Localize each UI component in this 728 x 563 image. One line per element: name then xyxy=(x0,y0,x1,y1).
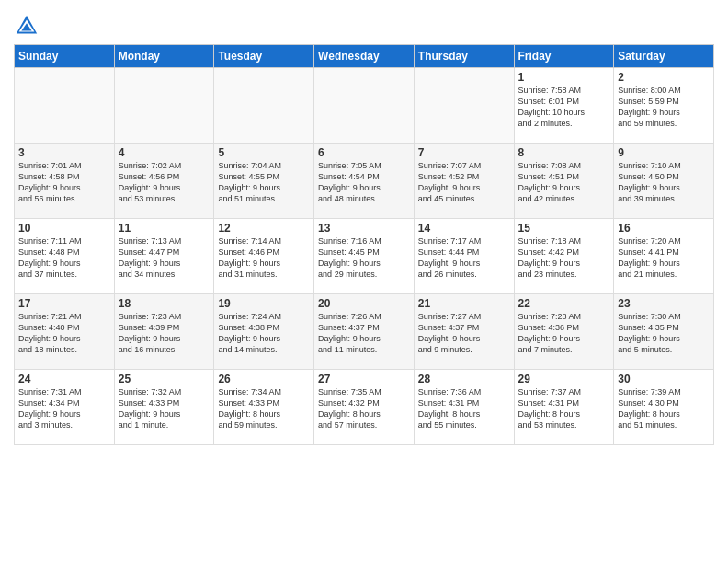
day-number: 2 xyxy=(618,71,710,84)
calendar-week-row: 17Sunrise: 7:21 AM Sunset: 4:40 PM Dayli… xyxy=(15,294,714,370)
day-info: Sunrise: 7:05 AM Sunset: 4:54 PM Dayligh… xyxy=(318,160,410,205)
day-info: Sunrise: 7:26 AM Sunset: 4:37 PM Dayligh… xyxy=(318,311,410,356)
calendar-day-cell: 16Sunrise: 7:20 AM Sunset: 4:41 PM Dayli… xyxy=(614,219,714,294)
calendar-day-cell: 23Sunrise: 7:30 AM Sunset: 4:35 PM Dayli… xyxy=(614,294,714,370)
day-number: 20 xyxy=(318,297,410,310)
logo xyxy=(14,13,41,39)
day-info: Sunrise: 7:18 AM Sunset: 4:42 PM Dayligh… xyxy=(518,236,610,281)
day-number: 18 xyxy=(119,297,210,310)
calendar-table: SundayMondayTuesdayWednesdayThursdayFrid… xyxy=(14,44,714,445)
header-row: SundayMondayTuesdayWednesdayThursdayFrid… xyxy=(15,45,714,68)
day-number: 1 xyxy=(518,71,610,84)
header-day: Monday xyxy=(114,45,214,68)
day-info: Sunrise: 7:32 AM Sunset: 4:33 PM Dayligh… xyxy=(119,386,210,431)
calendar-day-cell: 17Sunrise: 7:21 AM Sunset: 4:40 PM Dayli… xyxy=(15,294,115,370)
day-info: Sunrise: 7:23 AM Sunset: 4:39 PM Dayligh… xyxy=(119,311,210,356)
calendar-day-cell: 10Sunrise: 7:11 AM Sunset: 4:48 PM Dayli… xyxy=(15,219,115,294)
header-day: Sunday xyxy=(15,45,115,68)
calendar-day-cell: 9Sunrise: 7:10 AM Sunset: 4:50 PM Daylig… xyxy=(614,144,714,219)
day-number: 6 xyxy=(318,146,410,159)
day-info: Sunrise: 7:08 AM Sunset: 4:51 PM Dayligh… xyxy=(518,160,610,205)
day-info: Sunrise: 7:30 AM Sunset: 4:35 PM Dayligh… xyxy=(618,311,710,356)
calendar-day-cell: 4Sunrise: 7:02 AM Sunset: 4:56 PM Daylig… xyxy=(114,144,214,219)
header-day: Tuesday xyxy=(214,45,314,68)
calendar-week-row: 1Sunrise: 7:58 AM Sunset: 6:01 PM Daylig… xyxy=(15,68,714,144)
calendar-day-cell: 6Sunrise: 7:05 AM Sunset: 4:54 PM Daylig… xyxy=(314,144,415,219)
calendar-day-cell: 29Sunrise: 7:37 AM Sunset: 4:31 PM Dayli… xyxy=(514,370,614,445)
calendar-day-cell: 3Sunrise: 7:01 AM Sunset: 4:58 PM Daylig… xyxy=(15,144,115,219)
calendar-day-cell: 25Sunrise: 7:32 AM Sunset: 4:33 PM Dayli… xyxy=(114,370,214,445)
calendar-day-cell xyxy=(114,68,214,144)
calendar-day-cell xyxy=(414,68,514,144)
day-number: 3 xyxy=(18,146,110,159)
calendar-day-cell: 24Sunrise: 7:31 AM Sunset: 4:34 PM Dayli… xyxy=(15,370,115,445)
day-number: 4 xyxy=(119,146,210,159)
calendar-day-cell: 18Sunrise: 7:23 AM Sunset: 4:39 PM Dayli… xyxy=(114,294,214,370)
day-number: 5 xyxy=(218,146,310,159)
header-day: Wednesday xyxy=(314,45,415,68)
day-info: Sunrise: 7:27 AM Sunset: 4:37 PM Dayligh… xyxy=(418,311,510,356)
day-info: Sunrise: 7:17 AM Sunset: 4:44 PM Dayligh… xyxy=(418,236,510,281)
day-number: 9 xyxy=(618,146,710,159)
calendar-week-row: 24Sunrise: 7:31 AM Sunset: 4:34 PM Dayli… xyxy=(15,370,714,445)
calendar-day-cell xyxy=(214,68,314,144)
day-info: Sunrise: 7:02 AM Sunset: 4:56 PM Dayligh… xyxy=(119,160,210,205)
day-info: Sunrise: 7:31 AM Sunset: 4:34 PM Dayligh… xyxy=(18,386,110,431)
day-info: Sunrise: 7:20 AM Sunset: 4:41 PM Dayligh… xyxy=(618,236,710,281)
day-number: 29 xyxy=(518,373,610,385)
day-number: 11 xyxy=(119,222,210,235)
day-number: 25 xyxy=(119,373,210,385)
day-info: Sunrise: 7:16 AM Sunset: 4:45 PM Dayligh… xyxy=(318,236,410,281)
calendar-day-cell: 8Sunrise: 7:08 AM Sunset: 4:51 PM Daylig… xyxy=(514,144,614,219)
header-day: Thursday xyxy=(414,45,514,68)
day-number: 13 xyxy=(318,222,410,235)
calendar-day-cell: 28Sunrise: 7:36 AM Sunset: 4:31 PM Dayli… xyxy=(414,370,514,445)
day-info: Sunrise: 7:39 AM Sunset: 4:30 PM Dayligh… xyxy=(618,386,710,431)
calendar-day-cell: 13Sunrise: 7:16 AM Sunset: 4:45 PM Dayli… xyxy=(314,219,415,294)
day-info: Sunrise: 7:36 AM Sunset: 4:31 PM Dayligh… xyxy=(418,386,510,431)
calendar-week-row: 10Sunrise: 7:11 AM Sunset: 4:48 PM Dayli… xyxy=(15,219,714,294)
day-number: 8 xyxy=(518,146,610,159)
day-number: 7 xyxy=(418,146,510,159)
calendar-day-cell: 26Sunrise: 7:34 AM Sunset: 4:33 PM Dayli… xyxy=(214,370,314,445)
calendar-day-cell: 22Sunrise: 7:28 AM Sunset: 4:36 PM Dayli… xyxy=(514,294,614,370)
page-container: SundayMondayTuesdayWednesdayThursdayFrid… xyxy=(0,0,728,450)
calendar-day-cell: 11Sunrise: 7:13 AM Sunset: 4:47 PM Dayli… xyxy=(114,219,214,294)
day-number: 30 xyxy=(618,373,710,385)
day-number: 22 xyxy=(518,297,610,310)
day-info: Sunrise: 7:14 AM Sunset: 4:46 PM Dayligh… xyxy=(218,236,310,281)
calendar-day-cell: 2Sunrise: 8:00 AM Sunset: 5:59 PM Daylig… xyxy=(614,68,714,144)
calendar-day-cell: 19Sunrise: 7:24 AM Sunset: 4:38 PM Dayli… xyxy=(214,294,314,370)
day-info: Sunrise: 7:35 AM Sunset: 4:32 PM Dayligh… xyxy=(318,386,410,431)
calendar-day-cell: 20Sunrise: 7:26 AM Sunset: 4:37 PM Dayli… xyxy=(314,294,415,370)
day-number: 14 xyxy=(418,222,510,235)
day-info: Sunrise: 7:58 AM Sunset: 6:01 PM Dayligh… xyxy=(518,85,610,130)
day-number: 16 xyxy=(618,222,710,235)
calendar-day-cell: 12Sunrise: 7:14 AM Sunset: 4:46 PM Dayli… xyxy=(214,219,314,294)
day-number: 10 xyxy=(18,222,110,235)
day-info: Sunrise: 7:13 AM Sunset: 4:47 PM Dayligh… xyxy=(119,236,210,281)
day-info: Sunrise: 7:10 AM Sunset: 4:50 PM Dayligh… xyxy=(618,160,710,205)
calendar-day-cell: 30Sunrise: 7:39 AM Sunset: 4:30 PM Dayli… xyxy=(614,370,714,445)
day-info: Sunrise: 7:01 AM Sunset: 4:58 PM Dayligh… xyxy=(18,160,110,205)
calendar-day-cell: 14Sunrise: 7:17 AM Sunset: 4:44 PM Dayli… xyxy=(414,219,514,294)
calendar-day-cell xyxy=(15,68,115,144)
day-info: Sunrise: 7:04 AM Sunset: 4:55 PM Dayligh… xyxy=(218,160,310,205)
day-number: 15 xyxy=(518,222,610,235)
day-info: Sunrise: 7:34 AM Sunset: 4:33 PM Dayligh… xyxy=(218,386,310,431)
day-number: 24 xyxy=(18,373,110,385)
calendar-header: SundayMondayTuesdayWednesdayThursdayFrid… xyxy=(15,45,714,68)
day-info: Sunrise: 7:28 AM Sunset: 4:36 PM Dayligh… xyxy=(518,311,610,356)
day-info: Sunrise: 7:37 AM Sunset: 4:31 PM Dayligh… xyxy=(518,386,610,431)
day-info: Sunrise: 7:11 AM Sunset: 4:48 PM Dayligh… xyxy=(18,236,110,281)
day-info: Sunrise: 7:07 AM Sunset: 4:52 PM Dayligh… xyxy=(418,160,510,205)
calendar-body: 1Sunrise: 7:58 AM Sunset: 6:01 PM Daylig… xyxy=(15,68,714,445)
day-number: 28 xyxy=(418,373,510,385)
calendar-day-cell: 7Sunrise: 7:07 AM Sunset: 4:52 PM Daylig… xyxy=(414,144,514,219)
calendar-day-cell: 1Sunrise: 7:58 AM Sunset: 6:01 PM Daylig… xyxy=(514,68,614,144)
day-number: 12 xyxy=(218,222,310,235)
calendar-day-cell: 5Sunrise: 7:04 AM Sunset: 4:55 PM Daylig… xyxy=(214,144,314,219)
logo-icon xyxy=(14,13,40,39)
calendar-day-cell xyxy=(314,68,415,144)
day-info: Sunrise: 8:00 AM Sunset: 5:59 PM Dayligh… xyxy=(618,85,710,130)
